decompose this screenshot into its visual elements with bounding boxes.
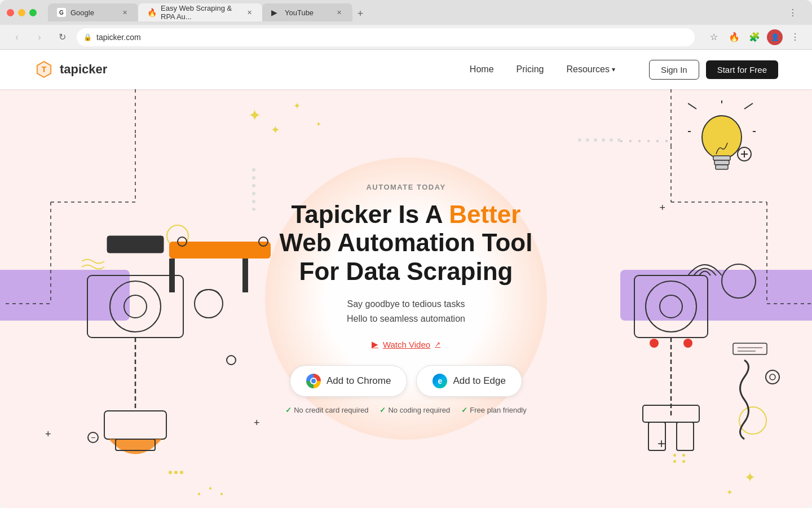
svg-point-55 — [683, 339, 692, 348]
badge-no-credit-card: ✓ No credit card required — [285, 406, 368, 414]
svg-point-64 — [766, 370, 779, 384]
nav-home[interactable]: Home — [470, 64, 494, 75]
add-to-chrome-button[interactable]: Add to Chrome — [290, 365, 407, 397]
hero-subtitle: Say goodbye to tedious tasks Hello to se… — [280, 297, 533, 326]
bookmark-icon[interactable]: ☆ — [706, 29, 722, 45]
tab-tapicker-label: Easy Web Scraping & RPA Au... — [161, 4, 242, 21]
tab-youtube-label: YouTube — [285, 8, 314, 17]
svg-point-60 — [722, 264, 756, 298]
hero-buttons: Add to Chrome e Add to Edge — [280, 365, 533, 397]
svg-point-44 — [227, 356, 236, 365]
edge-icon: e — [433, 374, 447, 388]
hero-overline: AUTOMATE TODAY — [280, 183, 533, 191]
new-tab-button[interactable]: + — [352, 6, 368, 21]
browser-frame: G Google ✕ 🔥 Easy Web Scraping & RPA Au.… — [0, 0, 812, 508]
youtube-icon: ▶ — [372, 339, 378, 349]
add-to-edge-button[interactable]: e Add to Edge — [416, 365, 522, 397]
logo[interactable]: T tapicker — [34, 59, 107, 80]
sparkle-8: ● — [209, 485, 212, 491]
tab-google-label: Google — [70, 8, 94, 17]
nav-links: Home Pricing Resources ▾ — [470, 64, 615, 75]
site-nav: T tapicker Home Pricing Resources ▾ Sign… — [0, 50, 812, 89]
svg-rect-37 — [104, 411, 166, 439]
logo-text: tapicker — [60, 62, 107, 77]
hero-title-part1: Tapicker Is A — [292, 200, 449, 228]
svg-rect-59 — [677, 422, 694, 450]
nav-actions: Sign In Start for Free — [649, 60, 778, 80]
extensions-icon[interactable]: 🧩 — [747, 29, 762, 45]
nav-resources[interactable]: Resources ▾ — [566, 64, 615, 75]
flame-icon[interactable]: 🔥 — [726, 29, 742, 45]
forward-button[interactable]: › — [32, 29, 47, 45]
tab-google-close[interactable]: ✕ — [120, 8, 129, 17]
youtube-favicon: ▶ — [271, 8, 280, 17]
toolbar-icons: ☆ 🔥 🧩 👤 ⋮ — [706, 29, 803, 45]
svg-point-53 — [660, 295, 682, 318]
back-button[interactable]: ‹ — [9, 29, 25, 45]
address-text[interactable]: tapicker.com — [96, 33, 141, 42]
sparkle-6: ✦ — [726, 488, 733, 497]
reload-button[interactable]: ↻ — [54, 29, 70, 45]
hero-title-part2: Web Automation Tool — [280, 229, 533, 256]
yellow-dots-right — [673, 454, 688, 463]
hero-badges: ✓ No credit card required ✓ No coding re… — [280, 406, 533, 414]
chevron-down-icon: ▾ — [612, 65, 615, 73]
address-bar: ‹ › ↻ 🔒 tapicker.com ☆ 🔥 🧩 👤 ⋮ — [0, 25, 812, 50]
start-free-button[interactable]: Start for Free — [706, 60, 778, 79]
hero-title-highlight: Better — [449, 200, 520, 228]
tapicker-favicon: 🔥 — [147, 8, 156, 17]
svg-point-35 — [124, 295, 147, 318]
sparkle-7: ● — [197, 491, 201, 497]
browser-menu-icon[interactable]: ⋮ — [785, 5, 801, 20]
tabs-bar: G Google ✕ 🔥 Easy Web Scraping & RPA Au.… — [48, 3, 733, 21]
svg-rect-33 — [87, 275, 183, 338]
tab-tapicker[interactable]: 🔥 Easy Web Scraping & RPA Au... ✕ — [138, 3, 262, 21]
svg-rect-61 — [733, 343, 767, 354]
hero-subtitle-1: Say goodbye to tedious tasks — [280, 297, 533, 312]
tab-google[interactable]: G Google ✕ — [48, 3, 138, 21]
badge-no-coding: ✓ No coding required — [379, 406, 450, 414]
svg-rect-39 — [242, 259, 248, 292]
check-icon-1: ✓ — [285, 406, 292, 414]
hero-section: ✦ ✦ ✦ ✦ ✦ ✦ ● ● ● + + + + − — [0, 89, 812, 508]
yellow-dots — [169, 471, 183, 474]
webpage: T tapicker Home Pricing Resources ▾ Sign… — [0, 50, 812, 508]
external-link-icon: ↗ — [435, 340, 440, 348]
svg-rect-38 — [169, 242, 271, 259]
check-icon-3: ✓ — [461, 406, 467, 414]
profile-button[interactable]: 👤 — [767, 29, 783, 45]
lock-icon: 🔒 — [83, 33, 92, 41]
svg-point-65 — [770, 374, 775, 380]
badge-free-plan: ✓ Free plan friendly — [461, 406, 526, 414]
browser-options-icon[interactable]: ⋮ — [787, 29, 803, 45]
nav-pricing[interactable]: Pricing — [517, 64, 544, 75]
minimize-button[interactable] — [18, 9, 25, 16]
tab-youtube-close[interactable]: ✕ — [334, 8, 343, 17]
sparkle-4: ✦ — [316, 120, 321, 128]
maximize-button[interactable] — [29, 9, 37, 16]
hero-title-part3: For Data Scraping — [299, 257, 513, 285]
svg-text:T: T — [42, 65, 47, 74]
dots-grid — [620, 140, 671, 142]
tab-youtube[interactable]: ▶ YouTube ✕ — [262, 3, 352, 21]
hero-subtitle-2: Hello to seamless automation — [280, 312, 533, 326]
chrome-icon — [306, 374, 321, 388]
watch-video-link[interactable]: ▶ Watch Video ↗ — [372, 339, 440, 349]
svg-point-52 — [646, 281, 696, 332]
svg-point-34 — [110, 281, 161, 332]
hero-title: Tapicker Is A Better Web Automation Tool… — [280, 200, 533, 286]
google-favicon: G — [57, 8, 66, 17]
robot-arm-left — [6, 89, 271, 484]
check-icon-2: ✓ — [379, 406, 386, 414]
title-bar: G Google ✕ 🔥 Easy Web Scraping & RPA Au.… — [0, 0, 812, 25]
hero-content: AUTOMATE TODAY Tapicker Is A Better Web … — [280, 183, 533, 415]
svg-point-54 — [650, 339, 659, 348]
logo-icon: T — [34, 59, 54, 80]
tab-tapicker-close[interactable]: ✕ — [246, 8, 253, 17]
sparkle-9: ● — [220, 491, 223, 497]
sparkle-2: ✦ — [271, 123, 280, 137]
signin-button[interactable]: Sign In — [649, 60, 699, 80]
close-button[interactable] — [7, 9, 14, 16]
svg-rect-58 — [648, 422, 665, 450]
svg-rect-40 — [169, 259, 175, 292]
